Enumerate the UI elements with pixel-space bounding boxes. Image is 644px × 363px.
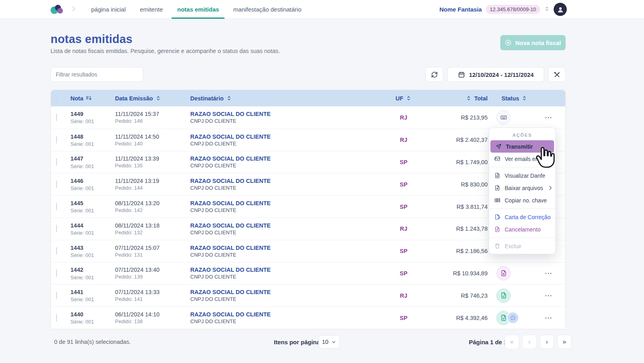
- destinatario-cnpj: CNPJ DO CLIENTE: [190, 163, 388, 169]
- column-header-total[interactable]: Total: [474, 95, 488, 102]
- destinatario-link[interactable]: RAZAO SOCIAL DO CLIENTE: [190, 178, 388, 184]
- uf-value: RJ: [388, 292, 420, 299]
- next-page-button[interactable]: ›: [540, 335, 554, 349]
- nota-number: 1440: [70, 311, 111, 318]
- destinatario-link[interactable]: RAZAO SOCIAL DO CLIENTE: [190, 133, 388, 140]
- row-menu-button[interactable]: ⋯: [541, 269, 557, 278]
- total-value: R$ 10.934,89: [420, 270, 488, 277]
- row-checkbox[interactable]: [56, 225, 57, 232]
- refresh-icon: [431, 71, 438, 78]
- row-menu-button[interactable]: ⋯: [541, 113, 557, 122]
- company-cnpj-badge[interactable]: 12.345.678/0009-10: [486, 5, 540, 14]
- nota-serie: Série: 001: [70, 141, 111, 147]
- nav-tab-notas-emitidas[interactable]: notas emitidas: [172, 0, 224, 19]
- app-logo-icon[interactable]: [51, 3, 64, 15]
- page-info: Página 1 de 10: [469, 339, 510, 345]
- destinatario-link[interactable]: RAZAO SOCIAL DO CLIENTE: [190, 111, 388, 117]
- chevron-right-icon: [70, 5, 77, 14]
- row-checkbox[interactable]: [56, 247, 57, 255]
- menu-item-copiar-no-chave[interactable]: Copiar no. chave: [489, 194, 555, 206]
- uf-value: RJ: [388, 226, 420, 232]
- column-header-uf[interactable]: UF: [396, 95, 403, 102]
- status-cell: [488, 288, 531, 303]
- row-checkbox[interactable]: [56, 136, 57, 143]
- menu-item-baixar-arquivos[interactable]: Baixar arquivos: [489, 182, 555, 194]
- nota-number: 1444: [70, 222, 111, 229]
- nota-number: 1447: [70, 155, 111, 162]
- column-header-destinatario[interactable]: Destinatário: [190, 95, 224, 102]
- table-settings-button[interactable]: [548, 67, 566, 82]
- data-emissao: 11/11/2024 15:37: [115, 111, 187, 117]
- date-range-button[interactable]: 12/10/2024 - 12/11/2024: [447, 67, 544, 82]
- destinatario-link[interactable]: RAZAO SOCIAL DO CLIENTE: [190, 200, 388, 206]
- nota-serie: Série: 001: [70, 118, 111, 124]
- row-checkbox[interactable]: [56, 314, 57, 322]
- destinatario-link[interactable]: RAZAO SOCIAL DO CLIENTE: [190, 267, 388, 273]
- status-cell: [488, 311, 531, 325]
- table-row: 1442Série: 00107/11/2024 13:40Pedido: 13…: [51, 262, 565, 285]
- column-header-data-emissao[interactable]: Data Emissão: [115, 95, 153, 102]
- last-page-button[interactable]: »: [557, 335, 572, 349]
- row-actions-menu: AÇÕES TransmitirVer emails enVisualizar …: [489, 128, 556, 254]
- row-menu-button[interactable]: ⋯: [541, 291, 557, 300]
- menu-item-cancelamento[interactable]: Cancelamento: [489, 223, 555, 235]
- pedido: Pedido: 138: [115, 318, 187, 324]
- row-checkbox[interactable]: [56, 114, 57, 121]
- download-icon: [494, 184, 501, 191]
- total-value: R$ 213,95: [420, 114, 488, 121]
- menu-item-visualizar-danfe[interactable]: Visualizar Danfe: [489, 169, 555, 182]
- row-checkbox[interactable]: [56, 269, 57, 277]
- nav-tab-manifestação-destinatário[interactable]: manifestação destinatário: [228, 0, 307, 19]
- file-check-icon[interactable]: [496, 288, 511, 303]
- chevrons-up-down-icon[interactable]: [521, 95, 527, 101]
- chevrons-up-down-icon[interactable]: [544, 6, 550, 13]
- nota-serie: Série: 001: [70, 163, 111, 169]
- new-invoice-button[interactable]: Nova nota fiscal: [500, 35, 566, 50]
- nav-tab-emitente[interactable]: emitente: [135, 0, 169, 19]
- column-header-nota[interactable]: Nota: [70, 95, 83, 102]
- row-checkbox[interactable]: [56, 292, 57, 299]
- row-menu-button[interactable]: ⋯: [541, 314, 557, 322]
- destinatario-link[interactable]: RAZAO SOCIAL DO CLIENTE: [190, 245, 388, 251]
- sort-descending-icon[interactable]: [86, 95, 92, 102]
- company-name[interactable]: Nome Fantasia: [439, 6, 482, 13]
- row-checkbox[interactable]: [56, 203, 57, 210]
- menu-item-transmitir[interactable]: Transmitir: [490, 140, 554, 153]
- mail-icon: [494, 155, 501, 162]
- user-avatar[interactable]: [554, 3, 567, 16]
- pedido: Pedido: 144: [115, 185, 187, 191]
- page-subtitle: Lista de notas fiscais emitidas. Pesquis…: [51, 48, 280, 54]
- filter-input[interactable]: [51, 67, 143, 82]
- destinatario-cnpj: CNPJ DO CLIENTE: [190, 296, 388, 302]
- menu-item-ver-emails-en[interactable]: Ver emails en: [489, 153, 555, 165]
- menu-divider: [489, 208, 555, 209]
- destinatario-link[interactable]: RAZAO SOCIAL DO CLIENTE: [190, 289, 388, 295]
- destinatario-link[interactable]: RAZAO SOCIAL DO CLIENTE: [190, 222, 388, 229]
- nota-serie: Série: 001: [70, 185, 111, 191]
- items-per-page-select[interactable]: 10: [318, 335, 340, 349]
- nota-serie: Série: 001: [70, 275, 111, 281]
- menu-item-carta-de-corre-o[interactable]: Carta de Correção: [489, 211, 555, 223]
- pedido: Pedido: 131: [115, 252, 187, 258]
- destinatario-link[interactable]: RAZAO SOCIAL DO CLIENTE: [190, 155, 388, 162]
- row-checkbox[interactable]: [56, 181, 57, 188]
- table-row: 1443Série: 00107/11/2024 15:07Pedido: 13…: [51, 240, 565, 262]
- nav-tab-página-inicial[interactable]: página inicial: [86, 0, 131, 19]
- total-value: R$ 2.186,56: [420, 248, 488, 254]
- chevrons-up-down-icon[interactable]: [466, 95, 472, 101]
- chat-bubble-icon[interactable]: [507, 312, 519, 324]
- refresh-button[interactable]: [425, 67, 443, 82]
- select-all-checkbox[interactable]: [56, 95, 57, 102]
- nota-serie: Série: 001: [70, 252, 111, 258]
- destinatario-link[interactable]: RAZAO SOCIAL DO CLIENTE: [190, 311, 388, 318]
- row-checkbox[interactable]: [56, 158, 57, 166]
- file-x-icon[interactable]: [496, 266, 511, 281]
- chevrons-up-down-icon[interactable]: [406, 95, 412, 101]
- destinatario-cnpj: CNPJ DO CLIENTE: [190, 274, 388, 280]
- keyboard-icon[interactable]: [496, 110, 511, 125]
- chevrons-up-down-icon[interactable]: [155, 95, 161, 101]
- data-emissao: 11/11/2024 13:19: [115, 178, 187, 184]
- table-header-row: Nota Data Emissão Destinatário UF Total …: [51, 90, 565, 106]
- column-header-status[interactable]: Status: [502, 95, 519, 102]
- chevrons-up-down-icon[interactable]: [226, 95, 232, 101]
